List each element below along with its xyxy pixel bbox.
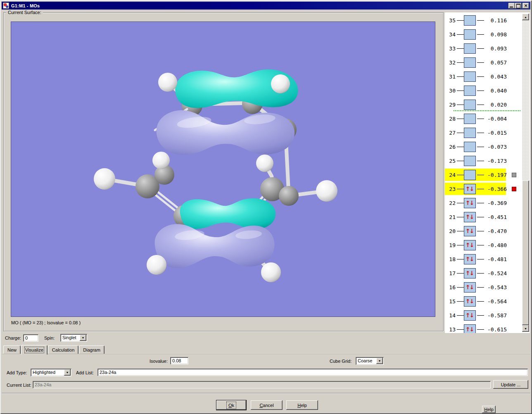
mo-energy: -0.197 (485, 172, 507, 178)
mo-row[interactable]: 22 ↑↓ -0.369 (445, 196, 530, 210)
spin-dropdown[interactable]: Singlet ▼ (60, 334, 87, 342)
connector-line (477, 259, 484, 259)
scrollbar-thumb[interactable] (522, 181, 529, 325)
mo-orbital-box[interactable]: ↑↓ (464, 282, 476, 293)
mo-scrollbar[interactable]: ▲ ▼ (522, 14, 529, 332)
add-type-value: Highlighted (33, 369, 55, 376)
isovalue-input[interactable] (170, 357, 188, 364)
mo-energy: 0.040 (485, 88, 507, 94)
mo-row[interactable]: 30 ↑↓ 0.040 (445, 83, 530, 98)
corner-help-button[interactable]: Help (482, 406, 496, 413)
molecule-viewport[interactable] (11, 21, 435, 317)
mo-orbital-box[interactable]: ↑↓ (464, 156, 476, 166)
mo-row[interactable]: 24 ↑↓ -0.197 (445, 168, 530, 182)
ok-button[interactable]: Ok (216, 400, 246, 410)
minimize-button[interactable] (508, 3, 515, 9)
mo-orbital-box[interactable]: ↑↓ (464, 254, 476, 264)
connector-line (457, 105, 464, 105)
titlebar[interactable]: G1:M1 - MOs × (2, 2, 530, 10)
hydrogen-atom[interactable] (94, 168, 115, 190)
add-type-dropdown[interactable]: Highlighted ▼ (31, 369, 71, 376)
connector-line (457, 301, 464, 302)
add-type-dropdown-button[interactable]: ▼ (64, 369, 71, 376)
tab-diagram[interactable]: Diagram (79, 345, 104, 354)
mo-orbital-box[interactable]: ↑↓ (464, 43, 476, 54)
mo-energy: -0.480 (485, 242, 507, 248)
mo-row[interactable]: 17 ↑↓ -0.524 (445, 266, 530, 280)
mo-row[interactable]: 32 ↑↓ 0.057 (445, 55, 530, 69)
close-button[interactable]: × (522, 3, 529, 9)
chevron-down-icon: ▼ (82, 336, 85, 339)
hydrogen-atom[interactable] (147, 255, 166, 275)
connector-line (457, 133, 464, 133)
mo-row[interactable]: 25 ↑↓ -0.173 (445, 154, 530, 168)
connector-line (457, 175, 464, 175)
mo-orbital-box[interactable]: ↑↓ (464, 57, 476, 68)
cube-grid-dropdown[interactable]: Coarse ▼ (356, 357, 384, 365)
hydrogen-atom[interactable] (256, 155, 273, 172)
mo-orbital-box[interactable]: ↑↓ (464, 310, 476, 321)
mo-row[interactable]: 20 ↑↓ -0.470 (445, 224, 530, 238)
mo-row[interactable]: 16 ↑↓ -0.543 (445, 280, 530, 294)
mo-orbital-box[interactable]: ↑↓ (464, 100, 476, 110)
connector-line (477, 119, 484, 119)
mo-row[interactable]: 23 ↑↓ -0.366 (445, 182, 530, 196)
mo-orbital-box[interactable]: ↑↓ (464, 29, 476, 40)
mo-orbital-box[interactable]: ↑↓ (464, 114, 476, 124)
update-button[interactable]: Update ... (493, 380, 528, 389)
hydrogen-atom[interactable] (261, 262, 281, 282)
mo-row[interactable]: 31 ↑↓ 0.043 (445, 69, 530, 83)
mo-row[interactable]: 14 ↑↓ -0.587 (445, 308, 530, 322)
mo-row[interactable]: 28 ↑↓ -0.004 (445, 112, 530, 126)
mo-row[interactable]: 27 ↑↓ -0.015 (445, 126, 530, 140)
current-surface-group: Current Surface: (3, 12, 444, 331)
mo-row[interactable]: 34 ↑↓ 0.098 (445, 27, 530, 41)
mo-orbital-box[interactable]: ↑↓ (464, 86, 476, 96)
mo-number: 23 (446, 186, 456, 192)
electron-arrows-icon: ↑↓ (466, 284, 474, 290)
mo-orbital-box[interactable]: ↑↓ (464, 170, 476, 180)
mo-orbital-box[interactable]: ↑↓ (464, 142, 476, 152)
hydrogen-atom[interactable] (316, 180, 337, 202)
mo-row[interactable]: 19 ↑↓ -0.480 (445, 238, 530, 252)
connector-line (457, 20, 464, 21)
mo-row[interactable]: 26 ↑↓ -0.073 (445, 140, 530, 154)
hydrogen-atom[interactable] (158, 73, 177, 92)
mo-orbital-box[interactable]: ↑↓ (464, 240, 476, 250)
add-list-input[interactable] (97, 369, 528, 376)
mo-orbital-box[interactable]: ↑↓ (464, 184, 476, 194)
help-button[interactable]: Help (286, 400, 318, 410)
mo-row[interactable]: 35 ↑↓ 0.116 (445, 13, 530, 27)
tab-calculation[interactable]: Calculation (48, 345, 78, 354)
maximize-button[interactable] (515, 3, 522, 9)
mo-orbital-box[interactable]: ↑↓ (464, 324, 476, 333)
tab-new[interactable]: New (3, 345, 21, 354)
mo-row[interactable]: 21 ↑↓ -0.451 (445, 210, 530, 224)
tab-visualize[interactable]: Visualize (21, 345, 48, 355)
mo-orbital-box[interactable]: ↑↓ (464, 198, 476, 208)
scroll-up-button[interactable]: ▲ (522, 14, 529, 20)
mo-row[interactable]: 13 ↑↓ -0.615 (445, 322, 530, 333)
mo-orbital-box[interactable]: ↑↓ (464, 15, 476, 26)
cancel-button[interactable]: Cancel (251, 400, 283, 410)
add-type-label: Add Type: (7, 370, 27, 376)
mo-orbital-box[interactable]: ↑↓ (464, 268, 476, 278)
hydrogen-atom[interactable] (271, 74, 290, 93)
scroll-down-button[interactable]: ▼ (522, 325, 529, 332)
mo-row[interactable]: 15 ↑↓ -0.564 (445, 294, 530, 308)
spin-dropdown-button[interactable]: ▼ (80, 335, 86, 341)
mo-energy: 0.043 (485, 74, 507, 80)
mo-orbital-box[interactable]: ↑↓ (464, 296, 476, 307)
hydrogen-atom[interactable] (152, 152, 170, 169)
mo-row[interactable]: 29 ↑↓ 0.020 (445, 98, 530, 112)
carbon-atom[interactable] (279, 186, 299, 206)
mo-row[interactable]: 33 ↑↓ 0.093 (445, 41, 530, 55)
spin-value: Singlet (62, 334, 76, 342)
mo-orbital-box[interactable]: ↑↓ (464, 212, 476, 222)
mo-orbital-box[interactable]: ↑↓ (464, 71, 476, 82)
charge-input[interactable] (23, 334, 38, 342)
cube-grid-dropdown-button[interactable]: ▼ (376, 358, 383, 364)
mo-orbital-box[interactable]: ↑↓ (464, 226, 476, 236)
mo-orbital-box[interactable]: ↑↓ (464, 128, 476, 138)
mo-row[interactable]: 18 ↑↓ -0.481 (445, 252, 530, 266)
